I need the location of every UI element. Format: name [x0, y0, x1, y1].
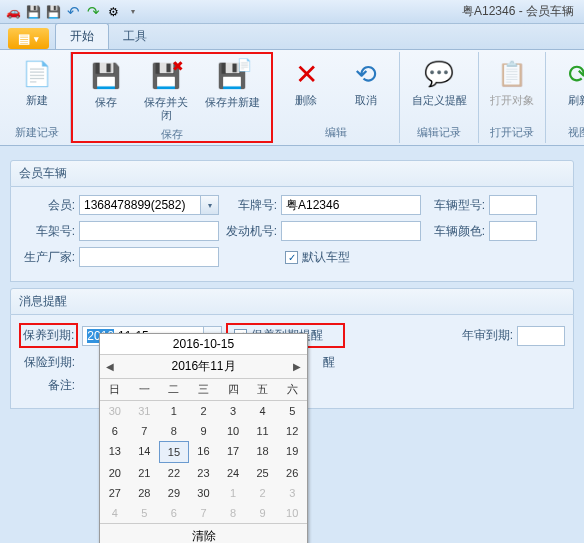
group-view-label: 视图 [550, 124, 584, 141]
dp-day[interactable]: 16 [189, 441, 219, 463]
remind-icon: 💬 [423, 58, 455, 90]
dp-day[interactable]: 5 [277, 401, 307, 421]
dp-day[interactable]: 12 [277, 421, 307, 441]
dp-day[interactable]: 1 [159, 401, 189, 421]
date-picker[interactable]: 2016-10-15 ◀ 2016年11月 ▶ 日一二三四五六303112345… [99, 333, 308, 543]
app-menu-button[interactable]: ▤ [8, 28, 49, 49]
dp-day[interactable]: 2 [189, 401, 219, 421]
open-obj-button[interactable]: 📋 打开对象 [483, 54, 541, 124]
dp-day[interactable]: 26 [277, 463, 307, 483]
group-editrec: 💬 自定义提醒 编辑记录 [400, 52, 479, 143]
panel-vehicle-title: 会员车辆 [10, 160, 574, 187]
group-open-label: 打开记录 [483, 124, 541, 141]
save-close-label: 保存并关闭 [139, 96, 193, 122]
group-editrec-label: 编辑记录 [404, 124, 474, 141]
app-icon[interactable]: 🚗 [4, 3, 22, 21]
save-close-button[interactable]: 💾✖ 保存并关闭 [137, 56, 195, 126]
dp-day-other[interactable]: 5 [130, 503, 160, 523]
panel-vehicle-body: 会员: ▾ 车牌号: 车辆型号: 车架号: 发动机号: 车辆颜色: 生产厂家: … [10, 187, 574, 282]
dp-header: ◀ 2016年11月 ▶ [100, 355, 307, 378]
dp-day[interactable]: 28 [130, 483, 160, 503]
qat-dropdown-icon[interactable]: ▾ [124, 3, 142, 21]
engine-input[interactable] [281, 221, 421, 241]
dp-day[interactable]: 21 [130, 463, 160, 483]
dp-day-other[interactable]: 30 [100, 401, 130, 421]
dp-day[interactable]: 23 [189, 463, 219, 483]
maker-label: 生产厂家: [19, 249, 75, 266]
dp-day[interactable]: 6 [100, 421, 130, 441]
member-combo[interactable]: ▾ [79, 195, 219, 215]
refresh-button[interactable]: ⟳ 刷新 [550, 54, 584, 124]
dp-day[interactable]: 24 [218, 463, 248, 483]
dp-day-other[interactable]: 3 [277, 483, 307, 503]
group-save-label: 保存 [77, 126, 267, 143]
dp-day[interactable]: 18 [248, 441, 278, 463]
qat-save-icon[interactable]: 💾 [24, 3, 42, 21]
new-button[interactable]: 📄 新建 [8, 54, 66, 124]
member-input[interactable] [79, 195, 201, 215]
dp-next-icon[interactable]: ▶ [293, 361, 301, 372]
dp-day[interactable]: 13 [100, 441, 130, 463]
plate-input[interactable] [281, 195, 421, 215]
open-obj-icon: 📋 [496, 58, 528, 90]
save-new-icon: 💾📄 [216, 60, 248, 92]
dp-day-other[interactable]: 2 [248, 483, 278, 503]
save-icon: 💾 [90, 60, 122, 92]
dp-day[interactable]: 3 [218, 401, 248, 421]
dp-day[interactable]: 15 [159, 441, 189, 463]
qat-saveclose-icon[interactable]: 💾 [44, 3, 62, 21]
dp-day[interactable]: 19 [277, 441, 307, 463]
dp-day[interactable]: 4 [248, 401, 278, 421]
audit-due-input[interactable] [517, 326, 565, 346]
default-model-checkbox[interactable]: ✓ 默认车型 [285, 249, 350, 266]
qat-settings-icon[interactable]: ⚙ [104, 3, 122, 21]
dp-day[interactable]: 27 [100, 483, 130, 503]
delete-button[interactable]: ✕ 删除 [277, 54, 335, 124]
dp-day[interactable]: 8 [159, 421, 189, 441]
dp-day[interactable]: 29 [159, 483, 189, 503]
tab-tools[interactable]: 工具 [109, 24, 161, 49]
member-drop-icon[interactable]: ▾ [201, 195, 219, 215]
refresh-label: 刷新 [568, 94, 584, 107]
group-view: ⟳ 刷新 视图 [546, 52, 584, 143]
dp-day[interactable]: 11 [248, 421, 278, 441]
dp-day-other[interactable]: 31 [130, 401, 160, 421]
dp-day[interactable]: 9 [189, 421, 219, 441]
dp-day[interactable]: 10 [218, 421, 248, 441]
save-new-button[interactable]: 💾📄 保存并新建 [197, 56, 267, 126]
custom-remind-button[interactable]: 💬 自定义提醒 [404, 54, 474, 124]
dp-day[interactable]: 30 [189, 483, 219, 503]
dp-weekday: 六 [277, 378, 307, 401]
dp-day[interactable]: 20 [100, 463, 130, 483]
dp-day[interactable]: 14 [130, 441, 160, 463]
save-button[interactable]: 💾 保存 [77, 56, 135, 126]
dp-clear-button[interactable]: 清除 [100, 523, 307, 543]
tab-start[interactable]: 开始 [55, 23, 109, 49]
dp-day[interactable]: 7 [130, 421, 160, 441]
dp-weekday: 五 [248, 378, 278, 401]
dp-day-other[interactable]: 9 [248, 503, 278, 523]
dp-day[interactable]: 22 [159, 463, 189, 483]
dp-day-other[interactable]: 7 [189, 503, 219, 523]
dp-day-other[interactable]: 10 [277, 503, 307, 523]
model-input[interactable] [489, 195, 537, 215]
cancel-button[interactable]: ⟲ 取消 [337, 54, 395, 124]
group-edit: ✕ 删除 ⟲ 取消 编辑 [273, 52, 400, 143]
dp-day[interactable]: 17 [218, 441, 248, 463]
default-model-label: 默认车型 [302, 249, 350, 266]
qat-redo-icon[interactable]: ↷ [84, 3, 102, 21]
dp-prev-icon[interactable]: ◀ [106, 361, 114, 372]
dp-day-other[interactable]: 4 [100, 503, 130, 523]
dp-day-other[interactable]: 6 [159, 503, 189, 523]
dp-day-other[interactable]: 8 [218, 503, 248, 523]
remind-suffix: 醒 [323, 354, 335, 371]
color-label: 车辆颜色: [425, 223, 485, 240]
maker-input[interactable] [79, 247, 219, 267]
dp-day[interactable]: 25 [248, 463, 278, 483]
vin-input[interactable] [79, 221, 219, 241]
dp-month-label[interactable]: 2016年11月 [171, 358, 235, 375]
color-input[interactable] [489, 221, 537, 241]
dp-day-other[interactable]: 1 [218, 483, 248, 503]
new-label: 新建 [26, 94, 48, 107]
qat-undo-icon[interactable]: ↶ [64, 3, 82, 21]
